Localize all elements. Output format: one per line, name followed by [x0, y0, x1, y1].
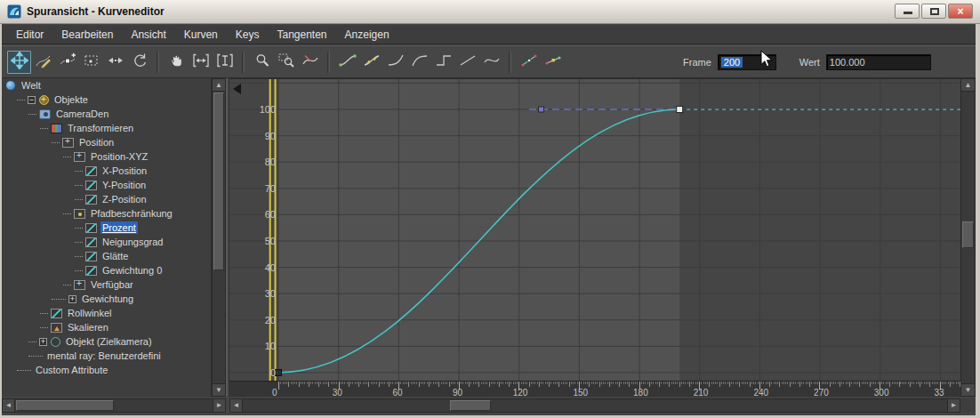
time-ruler[interactable]: 030609012015018021024027030033	[229, 381, 960, 397]
zoom-h-extents-button[interactable]	[189, 51, 213, 74]
scroll-right-arrow-icon[interactable]: ►	[213, 399, 225, 412]
lock-tangents-button[interactable]	[541, 51, 565, 74]
scroll-up-arrow-icon[interactable]: ▲	[213, 79, 225, 92]
plot-vscroll-thumb[interactable]	[962, 221, 974, 248]
tree-guide-line	[75, 199, 83, 200]
move-keys-button[interactable]	[7, 51, 31, 74]
collapse-icon[interactable]: −	[28, 96, 36, 104]
tree-item-mental-ray-benutzerdefini[interactable]: mental ray: Benutzerdefini	[2, 349, 211, 363]
tangent-custom-icon	[363, 52, 381, 73]
tree-hscroll-thumb[interactable]	[16, 400, 114, 411]
plot-horizontal-scrollbar[interactable]: ◄ ►	[229, 398, 960, 413]
scroll-left-arrow-icon[interactable]: ◄	[3, 399, 15, 412]
curve-key[interactable]	[276, 369, 282, 375]
tangent-linear-button[interactable]	[455, 51, 479, 74]
curve-plot[interactable]: 0102030405060708090100	[229, 78, 960, 381]
zoom-region-icon	[277, 52, 295, 73]
tree-guide-line	[17, 370, 31, 371]
maximize-button[interactable]	[921, 4, 946, 19]
transform-icon	[51, 124, 62, 133]
menu-item-ansicht[interactable]: Ansicht	[122, 26, 174, 44]
tree-item-z-position[interactable]: Z-Position	[2, 192, 211, 206]
scroll-down-arrow-icon[interactable]: ▼	[213, 383, 225, 396]
tree-item-gewichtung[interactable]: +Gewichtung	[2, 292, 211, 306]
menu-item-tangenten[interactable]: Tangenten	[268, 26, 335, 44]
toolbar-separator	[242, 52, 245, 73]
draw-curves-button[interactable]	[31, 51, 55, 74]
isolate-curve-button[interactable]	[298, 51, 322, 74]
tree-item-label: Objekt (Zielkamera)	[64, 335, 154, 348]
tree-horizontal-scrollbar[interactable]: ◄ ►	[2, 398, 226, 413]
tree-item-label: Welt	[20, 79, 43, 92]
scroll-left-arrow-icon[interactable]: ◄	[230, 399, 243, 412]
expand-icon[interactable]: +	[68, 295, 76, 303]
slide-keys-button[interactable]	[103, 51, 127, 74]
expand-icon[interactable]: +	[39, 338, 47, 346]
tree-item-position-xyz[interactable]: Position-XYZ	[2, 149, 211, 164]
tree-vertical-scrollbar[interactable]: ▲ ▼	[212, 78, 226, 397]
scroll-right-arrow-icon[interactable]: ►	[947, 399, 960, 412]
window-frame-right	[976, 24, 980, 415]
plot-canvas[interactable]	[229, 79, 960, 382]
tree-item-skalieren[interactable]: Skalieren	[2, 320, 211, 334]
add-keys-button[interactable]	[55, 51, 79, 74]
tree-item-position[interactable]: Position	[2, 135, 211, 149]
tangent-step-button[interactable]	[431, 51, 455, 74]
selected-key[interactable]	[677, 107, 683, 113]
tree-item-rollwinkel[interactable]: Rollwinkel	[2, 306, 211, 320]
tree-item-glätte[interactable]: Glätte	[2, 249, 211, 263]
tree-item-gewichtung-0[interactable]: Gewichtung 0	[2, 263, 211, 277]
tree-item-x-position[interactable]: X-Position	[2, 164, 211, 178]
tree-item-neigungsgrad[interactable]: Neigungsgrad	[2, 235, 211, 249]
draw-curves-icon	[35, 52, 52, 73]
tree-item-welt[interactable]: Welt	[2, 78, 211, 92]
xyz-icon	[74, 152, 85, 162]
tree-item-label: Position-XYZ	[89, 150, 149, 163]
maximize-icon	[930, 8, 939, 15]
curve-icon	[85, 266, 97, 276]
tree-item-custom-attribute[interactable]: Custom Attribute	[2, 363, 211, 377]
tangent-custom-button[interactable]	[359, 51, 383, 74]
tangent-slow-button[interactable]	[407, 51, 431, 74]
zoom-region-button[interactable]	[274, 51, 298, 74]
tree-item-objekt-zielkamera-[interactable]: +Objekt (Zielkamera)	[2, 334, 211, 349]
tangent-fast-button[interactable]	[383, 51, 407, 74]
tangent-smooth-button[interactable]	[479, 51, 503, 74]
menu-item-anzeigen[interactable]: Anzeigen	[336, 26, 398, 44]
toolbar-separator	[327, 52, 330, 73]
tree-item-transformieren[interactable]: Transformieren	[2, 121, 211, 135]
menu-item-kurven[interactable]: Kurven	[175, 26, 227, 44]
scroll-up-arrow-icon[interactable]: ▲	[961, 79, 975, 92]
plot-vertical-scrollbar[interactable]: ▲ ▼	[960, 78, 976, 397]
region-keys-button[interactable]	[79, 51, 103, 74]
menu-item-keys[interactable]: Keys	[227, 26, 269, 44]
add-keys-icon	[59, 52, 76, 73]
tree-item-y-position[interactable]: Y-Position	[2, 178, 211, 192]
close-button[interactable]: ×	[948, 4, 973, 19]
menu-item-bearbeiten[interactable]: Bearbeiten	[52, 26, 122, 44]
pan-button[interactable]	[165, 51, 189, 74]
show-tangents-button[interactable]	[517, 51, 541, 74]
value-input[interactable]: 100.000	[826, 54, 931, 70]
zoom-button[interactable]	[250, 51, 274, 74]
menu-item-editor[interactable]: Editor	[7, 26, 52, 44]
tree-item-label: Y-Position	[100, 179, 148, 191]
zoom-v-extents-button[interactable]	[213, 51, 237, 74]
y-axis-label: 50	[242, 236, 276, 246]
tree-item-verfügbar[interactable]: Verfügbar	[2, 277, 211, 292]
tree-item-prozent[interactable]: Prozent	[2, 221, 211, 235]
curve-icon	[85, 181, 97, 190]
minimize-button[interactable]	[895, 4, 920, 19]
tree-scroll-thumb[interactable]	[213, 92, 224, 270]
tree-item-objekte[interactable]: −Objekte	[2, 92, 211, 107]
frame-input[interactable]: 200	[718, 54, 776, 70]
scroll-down-arrow-icon[interactable]: ▼	[961, 383, 975, 396]
tree-item-label: Transformieren	[66, 122, 135, 134]
title-bar[interactable]: Spuransicht - Kurveneditor ×	[0, 0, 980, 24]
scale-keys-button[interactable]	[127, 51, 151, 74]
tree-guide-line	[40, 313, 48, 314]
tangent-auto-button[interactable]	[335, 51, 359, 74]
tree-item-pfadbeschränkung[interactable]: Pfadbeschränkung	[2, 206, 211, 221]
plot-hscroll-thumb[interactable]	[450, 400, 491, 411]
tree-item-cameraden[interactable]: CameraDen	[2, 107, 211, 121]
